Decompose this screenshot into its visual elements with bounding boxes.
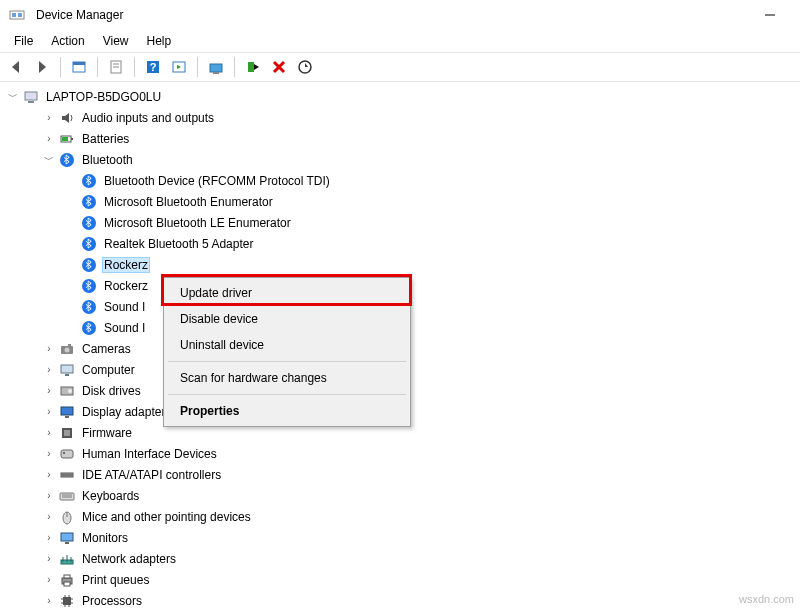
caret-down-icon[interactable]: ﹀ xyxy=(6,90,20,104)
caret-placeholder xyxy=(64,195,78,209)
tree-node-label: Rockerz xyxy=(102,257,150,273)
caret-right-icon[interactable]: › xyxy=(42,363,56,377)
scan-hardware-toolbar-button[interactable] xyxy=(293,55,317,79)
tree-category[interactable]: ›Audio inputs and outputs xyxy=(6,107,800,128)
caret-right-icon[interactable]: › xyxy=(42,531,56,545)
context-menu-update-driver[interactable]: Update driver xyxy=(166,280,408,306)
mouse-icon xyxy=(58,508,76,526)
forward-button[interactable] xyxy=(30,55,54,79)
caret-placeholder xyxy=(64,216,78,230)
menu-action[interactable]: Action xyxy=(43,32,92,50)
tree-node-label: Bluetooth xyxy=(80,152,135,168)
tree-device[interactable]: Rockerz xyxy=(6,254,800,275)
device-tree[interactable]: ﹀LAPTOP-B5DGO0LU›Audio inputs and output… xyxy=(0,82,800,611)
toolbar-separator xyxy=(97,57,98,77)
caret-right-icon[interactable]: › xyxy=(42,552,56,566)
display-icon xyxy=(58,403,76,421)
svg-marker-22 xyxy=(305,63,308,67)
context-menu-scan-changes[interactable]: Scan for hardware changes xyxy=(166,365,408,391)
tree-node-label: Human Interface Devices xyxy=(80,446,219,462)
svg-rect-7 xyxy=(73,62,85,65)
tree-node-label: Cameras xyxy=(80,341,133,357)
tree-category[interactable]: ﹀Bluetooth xyxy=(6,149,800,170)
speaker-icon xyxy=(58,109,76,127)
back-button[interactable] xyxy=(4,55,28,79)
context-menu-properties[interactable]: Properties xyxy=(166,398,408,424)
svg-rect-27 xyxy=(71,138,73,140)
bluetooth-icon xyxy=(80,277,98,295)
caret-right-icon[interactable]: › xyxy=(42,426,56,440)
caret-right-icon[interactable]: › xyxy=(42,342,56,356)
caret-right-icon[interactable]: › xyxy=(42,573,56,587)
caret-placeholder xyxy=(64,279,78,293)
tree-node-label: Network adapters xyxy=(80,551,178,567)
svg-rect-49 xyxy=(61,450,73,458)
tree-category[interactable]: ›Human Interface Devices xyxy=(6,443,800,464)
svg-marker-5 xyxy=(39,61,46,73)
toolbar-separator xyxy=(234,57,235,77)
context-menu-disable-device[interactable]: Disable device xyxy=(166,306,408,332)
caret-right-icon[interactable]: › xyxy=(42,489,56,503)
menu-view[interactable]: View xyxy=(95,32,137,50)
caret-right-icon[interactable]: › xyxy=(42,111,56,125)
svg-rect-41 xyxy=(61,365,73,373)
caret-right-icon[interactable]: › xyxy=(42,468,56,482)
tree-category[interactable]: ›Keyboards xyxy=(6,485,800,506)
ide-icon xyxy=(58,466,76,484)
computer-icon xyxy=(58,361,76,379)
caret-right-icon[interactable]: › xyxy=(42,447,56,461)
refresh-toolbar-button[interactable] xyxy=(167,55,191,79)
svg-rect-15 xyxy=(210,64,222,72)
tree-category[interactable]: ›Mice and other pointing devices xyxy=(6,506,800,527)
svg-rect-58 xyxy=(61,533,73,541)
tree-node-label: Computer xyxy=(80,362,137,378)
help-toolbar-button[interactable]: ? xyxy=(141,55,165,79)
svg-rect-23 xyxy=(25,92,37,100)
tree-device[interactable]: Realtek Bluetooth 5 Adapter xyxy=(6,233,800,254)
caret-down-icon[interactable]: ﹀ xyxy=(42,153,56,167)
svg-rect-1 xyxy=(12,13,16,17)
tree-root-node[interactable]: ﹀LAPTOP-B5DGO0LU xyxy=(6,86,800,107)
caret-placeholder xyxy=(64,237,78,251)
svg-rect-45 xyxy=(61,407,73,415)
enable-device-toolbar-button[interactable] xyxy=(241,55,265,79)
window-title: Device Manager xyxy=(36,8,123,22)
svg-rect-59 xyxy=(65,542,69,544)
svg-marker-14 xyxy=(177,65,181,69)
tree-category[interactable]: ›IDE ATA/ATAPI controllers xyxy=(6,464,800,485)
tree-node-label: Keyboards xyxy=(80,488,141,504)
tree-node-label: Display adapters xyxy=(80,404,173,420)
properties-toolbar-button[interactable] xyxy=(104,55,128,79)
caret-right-icon[interactable]: › xyxy=(42,132,56,146)
uninstall-device-toolbar-button[interactable] xyxy=(267,55,291,79)
caret-right-icon[interactable]: › xyxy=(42,384,56,398)
caret-right-icon[interactable]: › xyxy=(42,594,56,608)
menu-bar: File Action View Help xyxy=(0,30,800,52)
caret-placeholder xyxy=(64,300,78,314)
menu-help[interactable]: Help xyxy=(139,32,180,50)
tree-category[interactable]: ›Monitors xyxy=(6,527,800,548)
tree-category[interactable]: ›Print queues xyxy=(6,569,800,590)
context-menu-uninstall-device[interactable]: Uninstall device xyxy=(166,332,408,358)
tree-device[interactable]: Microsoft Bluetooth LE Enumerator xyxy=(6,212,800,233)
tree-category[interactable]: ›Processors xyxy=(6,590,800,611)
tree-category[interactable]: ›Batteries xyxy=(6,128,800,149)
svg-marker-25 xyxy=(62,113,69,123)
tree-device[interactable]: Microsoft Bluetooth Enumerator xyxy=(6,191,800,212)
show-hide-console-button[interactable] xyxy=(67,55,91,79)
tree-node-label: Batteries xyxy=(80,131,131,147)
bluetooth-icon xyxy=(58,151,76,169)
svg-text:?: ? xyxy=(150,61,157,73)
menu-file[interactable]: File xyxy=(6,32,41,50)
tree-category[interactable]: ›Network adapters xyxy=(6,548,800,569)
bluetooth-icon xyxy=(80,256,98,274)
caret-right-icon[interactable]: › xyxy=(42,510,56,524)
minimize-button[interactable] xyxy=(748,1,792,29)
caret-right-icon[interactable]: › xyxy=(42,405,56,419)
bluetooth-icon xyxy=(80,298,98,316)
svg-rect-16 xyxy=(213,72,219,74)
tree-node-label: Processors xyxy=(80,593,144,609)
tree-device[interactable]: Bluetooth Device (RFCOMM Protocol TDI) xyxy=(6,170,800,191)
update-driver-toolbar-button[interactable] xyxy=(204,55,228,79)
svg-rect-2 xyxy=(18,13,22,17)
